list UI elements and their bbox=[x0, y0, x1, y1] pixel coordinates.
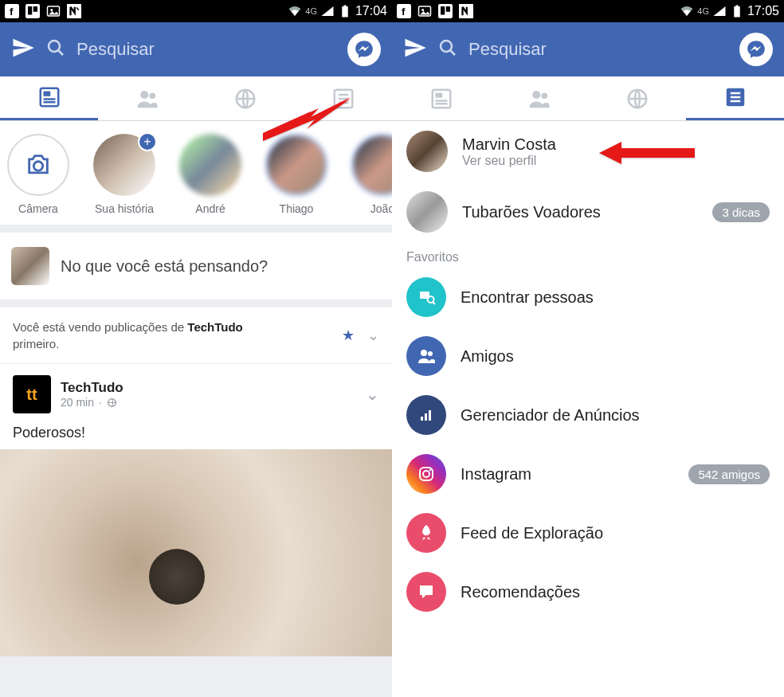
svg-text:f: f bbox=[10, 6, 14, 18]
tab-friends[interactable] bbox=[98, 76, 196, 120]
see-first-banner[interactable]: Você está vendo publicações de TechTudop… bbox=[0, 307, 392, 363]
npm-app-icon bbox=[67, 4, 81, 18]
svg-point-54 bbox=[428, 351, 433, 356]
story-friend-0[interactable]: André bbox=[172, 134, 249, 215]
story-camera[interactable]: Câmera bbox=[0, 134, 76, 215]
svg-point-8 bbox=[50, 9, 53, 11]
battery-icon bbox=[730, 4, 744, 18]
status-left-icons: f bbox=[5, 4, 81, 18]
signal-icon bbox=[712, 4, 727, 18]
messenger-icon[interactable] bbox=[347, 33, 381, 66]
svg-rect-36 bbox=[735, 6, 738, 7]
instagram-icon bbox=[406, 454, 446, 494]
post-card: tt TechTudo 20 min · ⌄ Poderosos! bbox=[0, 364, 392, 656]
menu-explore-feed[interactable]: Feed de Exploração bbox=[392, 503, 784, 562]
composer[interactable]: No que você está pensando? bbox=[0, 233, 392, 300]
status-right-icons: 4G 17:05 bbox=[680, 4, 779, 18]
svg-rect-32 bbox=[441, 6, 445, 15]
story-own-label: Sua história bbox=[95, 202, 154, 215]
fb-header: Pesquisar bbox=[392, 22, 784, 76]
send-icon[interactable] bbox=[11, 36, 35, 63]
post-page-name[interactable]: TechTudo bbox=[61, 380, 356, 396]
photo-app-icon bbox=[46, 4, 61, 18]
menu-instagram[interactable]: Instagram 542 amigos bbox=[392, 444, 784, 503]
search-input[interactable]: Pesquisar bbox=[76, 39, 336, 60]
story-friend-label: Thiago bbox=[280, 202, 314, 215]
status-bar: f 4G 17:04 bbox=[0, 0, 392, 22]
svg-rect-39 bbox=[432, 89, 450, 108]
svg-line-38 bbox=[450, 50, 455, 55]
search-input[interactable]: Pesquisar bbox=[468, 39, 728, 60]
messenger-icon[interactable] bbox=[739, 33, 773, 66]
svg-rect-56 bbox=[425, 413, 427, 421]
story-own[interactable]: + Sua história bbox=[86, 134, 163, 215]
svg-rect-33 bbox=[446, 6, 450, 12]
network-4g-label: 4G bbox=[697, 6, 709, 16]
see-first-text: Você está vendo publicações de TechTudop… bbox=[13, 319, 243, 352]
svg-point-30 bbox=[421, 9, 424, 11]
post-page-avatar[interactable]: tt bbox=[13, 375, 51, 413]
menu-recommendations[interactable]: Recomendações bbox=[392, 562, 784, 621]
svg-point-53 bbox=[421, 350, 427, 356]
svg-rect-31 bbox=[438, 4, 453, 18]
svg-rect-14 bbox=[40, 88, 58, 107]
status-time: 17:04 bbox=[355, 4, 387, 18]
battery-icon bbox=[338, 4, 352, 18]
tab-friends[interactable] bbox=[490, 76, 588, 120]
tab-news-feed[interactable] bbox=[392, 76, 490, 120]
tab-globe[interactable] bbox=[588, 76, 686, 120]
svg-marker-1 bbox=[599, 142, 695, 164]
menu-profile-row[interactable]: Marvin Costa Ver seu perfil bbox=[392, 121, 784, 182]
svg-line-13 bbox=[58, 50, 63, 55]
friends-icon bbox=[406, 336, 446, 376]
speech-bubble-icon bbox=[406, 572, 446, 612]
svg-rect-40 bbox=[435, 92, 442, 97]
menu-find-people[interactable]: Encontrar pessoas bbox=[392, 268, 784, 327]
svg-rect-55 bbox=[421, 417, 423, 421]
npm-app-icon bbox=[459, 4, 473, 18]
user-avatar bbox=[11, 247, 49, 285]
menu-friends[interactable]: Amigos bbox=[392, 327, 784, 386]
post-options-chevron-icon[interactable]: ⌄ bbox=[366, 385, 379, 404]
story-friend-label: André bbox=[195, 202, 225, 215]
chevron-down-icon[interactable]: ⌄ bbox=[367, 327, 379, 343]
post-body-text: Poderosos! bbox=[13, 413, 379, 449]
search-icon[interactable] bbox=[46, 38, 65, 61]
composer-prompt: No que você está pensando? bbox=[61, 257, 268, 276]
story-camera-label: Câmera bbox=[18, 202, 58, 215]
globe-icon bbox=[107, 397, 117, 408]
send-icon[interactable] bbox=[403, 36, 427, 63]
menu-item-label: Amigos bbox=[461, 347, 514, 366]
menu-item-label: Feed de Exploração bbox=[461, 524, 603, 542]
status-right-icons: 4G 17:04 bbox=[288, 4, 387, 18]
signal-icon bbox=[320, 4, 335, 18]
tab-menu[interactable] bbox=[686, 76, 784, 120]
menu-list: Marvin Costa Ver seu perfil Tubarões Voa… bbox=[392, 121, 784, 697]
story-friend-2[interactable]: João bbox=[344, 134, 392, 215]
menu-item-label: Gerenciador de Anúncios bbox=[461, 406, 640, 425]
menu-item-label: Instagram bbox=[461, 465, 674, 484]
svg-point-37 bbox=[441, 41, 452, 52]
star-icon: ★ bbox=[342, 327, 355, 343]
svg-rect-6 bbox=[33, 6, 37, 12]
post-image[interactable] bbox=[0, 449, 392, 656]
status-bar: f 4G 17:05 bbox=[392, 0, 784, 22]
phone-right-menu: f 4G 17:05 Pesquisar Marvin Costa Ve bbox=[392, 0, 784, 697]
photo-app-icon bbox=[417, 4, 432, 18]
annotation-arrow-left bbox=[263, 97, 351, 144]
story-friend-1[interactable]: Thiago bbox=[258, 134, 335, 215]
menu-item-label: Encontrar pessoas bbox=[461, 288, 594, 307]
tab-news-feed[interactable] bbox=[0, 76, 98, 120]
svg-line-52 bbox=[433, 302, 435, 304]
fb-header: Pesquisar bbox=[0, 22, 392, 76]
story-friend-label: João bbox=[370, 202, 392, 215]
menu-ads-manager[interactable]: Gerenciador de Anúncios bbox=[392, 386, 784, 444]
search-icon[interactable] bbox=[438, 38, 457, 61]
rocket-icon bbox=[406, 513, 446, 553]
network-4g-label: 4G bbox=[305, 6, 317, 16]
instagram-friends-badge: 542 amigos bbox=[688, 464, 770, 484]
page-name: Tubarões Voadores bbox=[462, 203, 698, 221]
svg-point-44 bbox=[541, 92, 547, 99]
menu-page-row[interactable]: Tubarões Voadores 3 dicas bbox=[392, 182, 784, 242]
facebook-app-icon: f bbox=[5, 4, 19, 18]
